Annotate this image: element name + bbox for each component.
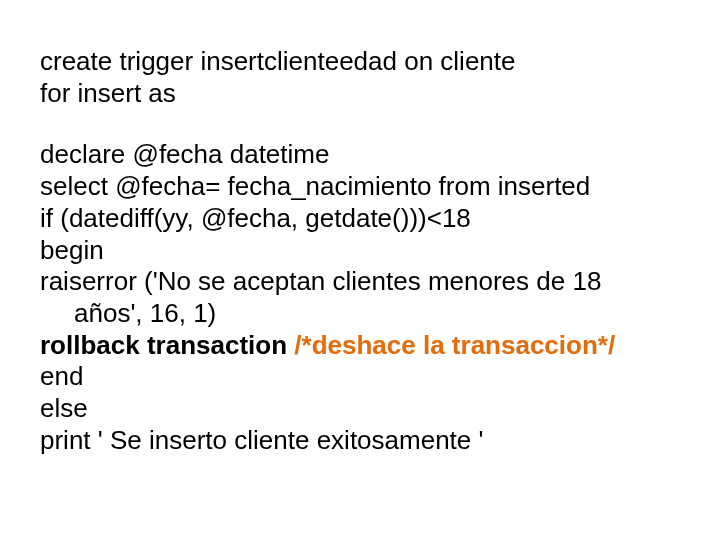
code-line: raiserror ('No se aceptan clientes menor… (40, 266, 601, 296)
sql-header-block: create trigger insertclienteedad on clie… (40, 46, 680, 109)
sql-body-block: declare @fecha datetime select @fecha= f… (40, 139, 680, 456)
code-line-continuation: años', 16, 1) (40, 298, 680, 330)
code-line: create trigger insertclienteedad on clie… (40, 46, 516, 76)
code-line: if (datediff(yy, @fecha, getdate()))<18 (40, 203, 471, 233)
code-line: for insert as (40, 78, 176, 108)
code-line: begin (40, 235, 104, 265)
sql-comment: /*deshace la transaccion*/ (294, 330, 615, 360)
code-line: else (40, 393, 88, 423)
code-line: end (40, 361, 83, 391)
code-line: declare @fecha datetime (40, 139, 329, 169)
code-line: select @fecha= fecha_nacimiento from ins… (40, 171, 590, 201)
slide: create trigger insertclienteedad on clie… (0, 0, 720, 540)
rollback-line: rollback transaction /*deshace la transa… (40, 330, 615, 360)
rollback-text: rollback transaction (40, 330, 294, 360)
code-line: print ' Se inserto cliente exitosamente … (40, 425, 484, 455)
